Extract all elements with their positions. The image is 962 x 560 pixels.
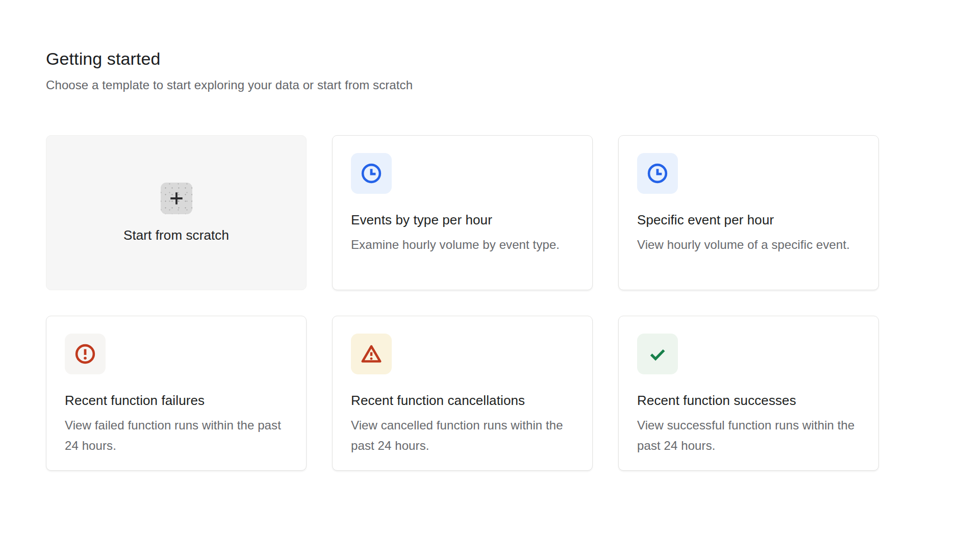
template-card-events-by-type-per-hour[interactable]: Events by type per hour Examine hourly v… <box>332 135 593 290</box>
card-description: Examine hourly volume by event type. <box>351 235 574 255</box>
plus-tile <box>161 183 192 214</box>
template-card-recent-function-cancellations[interactable]: Recent function cancellations View cance… <box>332 316 593 471</box>
getting-started-page: Getting started Choose a template to sta… <box>0 0 962 471</box>
icon-tile <box>637 153 678 194</box>
clock-icon <box>360 162 383 185</box>
template-cards-grid: Start from scratch Events by type per ho… <box>46 135 962 471</box>
card-description: View failed function runs within the pas… <box>65 415 288 456</box>
template-card-recent-function-successes[interactable]: Recent function successes View successfu… <box>618 316 879 471</box>
card-description: View hourly volume of a specific event. <box>637 235 860 255</box>
card-title: Recent function failures <box>65 393 288 409</box>
check-icon <box>646 342 669 366</box>
icon-tile <box>65 334 106 374</box>
icon-tile <box>637 334 678 374</box>
card-title: Specific event per hour <box>637 212 860 228</box>
template-card-specific-event-per-hour[interactable]: Specific event per hour View hourly volu… <box>618 135 879 290</box>
warning-triangle-icon <box>360 342 383 366</box>
template-card-recent-function-failures[interactable]: Recent function failures View failed fun… <box>46 316 307 471</box>
card-title: Recent function cancellations <box>351 393 574 409</box>
alert-circle-icon <box>73 342 97 366</box>
template-card-start-from-scratch[interactable]: Start from scratch <box>46 135 307 290</box>
plus-icon <box>167 189 186 208</box>
card-description: View successful function runs within the… <box>637 415 860 456</box>
icon-tile <box>351 153 392 194</box>
page-title: Getting started <box>46 49 962 69</box>
card-description: View cancelled function runs within the … <box>351 415 574 456</box>
icon-tile <box>351 334 392 374</box>
start-from-scratch-label: Start from scratch <box>123 227 229 243</box>
page-subtitle: Choose a template to start exploring you… <box>46 78 962 92</box>
clock-icon <box>646 162 669 185</box>
card-title: Events by type per hour <box>351 212 574 228</box>
card-title: Recent function successes <box>637 393 860 409</box>
